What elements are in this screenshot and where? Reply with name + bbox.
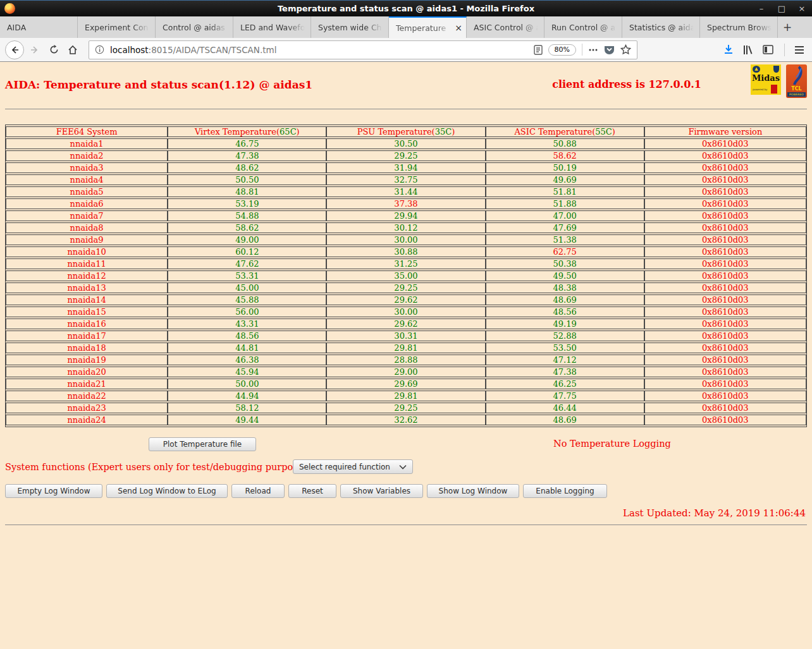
asic-temp-cell: 47.00	[486, 210, 644, 221]
page-title: AIDA: Temperature and status scan(1.12) …	[5, 78, 312, 91]
virtex-temp-cell: 45.88	[168, 294, 326, 305]
navigation-toolbar: localhost :8015/AIDA/TSCAN/TSCAN.tml 80%	[0, 38, 812, 62]
table-row: nnaida1643.3129.6249.190x8610d03	[6, 318, 806, 329]
virtex-temp-cell: 53.31	[168, 270, 326, 281]
psu-temp-cell: 35.00	[326, 270, 485, 281]
virtex-temp-cell: 48.81	[168, 186, 326, 197]
table-row: nnaida2358.1229.2546.440x8610d03	[6, 403, 806, 413]
fee64-system-cell: nnaida2	[6, 150, 168, 161]
close-button[interactable]: ×	[792, 1, 812, 17]
reload-button[interactable]: Reload	[231, 484, 285, 498]
fee64-system-cell: nnaida9	[6, 234, 168, 245]
virtex-temp-cell: 47.38	[168, 150, 326, 161]
page-actions-icon[interactable]	[588, 45, 598, 55]
tab-control[interactable]: Control @ aidas	[156, 16, 233, 38]
reader-mode-icon[interactable]	[534, 45, 543, 55]
tab-led-waveform[interactable]: LED and Wavefo	[233, 16, 311, 38]
virtex-temp-cell: 53.19	[168, 198, 326, 209]
psu-temp-cell: 29.81	[326, 343, 485, 353]
psu-temp-cell: 29.62	[326, 294, 485, 305]
menu-hamburger-icon[interactable]	[794, 45, 804, 54]
psu-temp-cell: 28.88	[326, 355, 485, 365]
fee64-system-cell: nnaida23	[6, 403, 168, 413]
back-icon[interactable]	[5, 40, 24, 59]
firmware-cell: 0x8610d03	[644, 367, 806, 377]
firmware-cell: 0x8610d03	[644, 258, 806, 269]
table-row: nnaida1147.6231.2550.380x8610d03	[6, 258, 806, 269]
maximize-button[interactable]: □	[772, 1, 792, 17]
tab-system-wide-checks[interactable]: System wide Ch	[311, 16, 389, 38]
fee64-system-cell: nnaida14	[6, 294, 168, 305]
tcl-feather-icon	[786, 66, 807, 87]
table-row: nnaida548.8131.4451.810x8610d03	[6, 186, 806, 197]
firmware-cell: 0x8610d03	[644, 403, 806, 413]
home-icon[interactable]	[63, 40, 82, 59]
pocket-icon[interactable]	[604, 45, 615, 55]
virtex-temp-cell: 60.12	[168, 246, 326, 257]
tab-experiment-control[interactable]: Experiment Con	[78, 16, 156, 38]
tab-aida[interactable]: AIDA	[0, 16, 78, 38]
downloads-icon[interactable]	[723, 44, 734, 55]
enable-logging-button[interactable]: Enable Logging	[523, 484, 607, 498]
bookmark-star-icon[interactable]	[620, 44, 631, 55]
tab-temperature-active[interactable]: Temperature ×	[389, 16, 467, 38]
virtex-temp-cell: 49.44	[168, 415, 326, 425]
asic-temp-cell: 48.38	[486, 282, 644, 293]
midas-redbox-icon	[771, 85, 777, 94]
tab-asic-control[interactable]: ASIC Control @ a	[467, 16, 544, 38]
psu-temp-cell: 29.94	[326, 210, 485, 221]
site-info-icon[interactable]	[95, 45, 104, 54]
tab-bar: AIDA Experiment Con Control @ aidas LED …	[0, 16, 812, 38]
plot-temperature-button[interactable]: Plot Temperature file	[149, 437, 256, 451]
fee64-system-cell: nnaida1	[6, 138, 168, 149]
asic-temp-cell: 53.50	[486, 343, 644, 353]
url-bar[interactable]: localhost :8015/AIDA/TSCAN/TSCAN.tml 80%	[89, 40, 637, 59]
forward-icon[interactable]	[25, 40, 44, 59]
psu-temp-cell: 29.25	[326, 403, 485, 413]
logging-status-text: No Temperature Logging	[553, 439, 671, 449]
minimize-button[interactable]: –	[751, 1, 772, 17]
tab-statistics[interactable]: Statistics @ aida	[622, 16, 700, 38]
zoom-level-button[interactable]: 80%	[548, 44, 576, 56]
sidebar-icon[interactable]	[763, 45, 773, 54]
function-select-dropdown[interactable]: Select required function	[293, 459, 413, 474]
asic-temp-cell: 51.38	[486, 234, 644, 245]
table-row: nnaida754.8829.9447.000x8610d03	[6, 210, 806, 221]
tab-close-icon[interactable]: ×	[455, 23, 462, 32]
reload-icon[interactable]	[44, 40, 63, 59]
firmware-cell: 0x8610d03	[644, 186, 806, 197]
asic-temp-cell: 49.19	[486, 318, 644, 329]
psu-temp-cell: 29.25	[326, 150, 485, 161]
show-log-window-button[interactable]: Show Log Window	[427, 484, 519, 498]
library-icon[interactable]	[743, 45, 753, 55]
tab-spectrum-browser[interactable]: Spectrum Brows	[700, 16, 778, 38]
asic-temp-cell: 62.75	[486, 246, 644, 257]
asic-temp-cell: 49.50	[486, 270, 644, 281]
new-tab-button[interactable]: +	[778, 16, 797, 38]
footer-divider	[5, 525, 807, 525]
firmware-cell: 0x8610d03	[644, 282, 806, 293]
firmware-cell: 0x8610d03	[644, 331, 806, 341]
show-variables-button[interactable]: Show Variables	[340, 484, 423, 498]
page-header: AIDA: Temperature and status scan(1.12) …	[0, 62, 812, 102]
table-row: nnaida247.3829.2558.620x8610d03	[6, 150, 806, 161]
psu-temp-cell: 30.50	[326, 138, 485, 149]
virtex-temp-cell: 46.38	[168, 355, 326, 365]
fee64-system-cell: nnaida4	[6, 174, 168, 185]
tcl-powered-logo: TCL POWERED	[786, 64, 807, 98]
reset-button[interactable]: Reset	[288, 484, 336, 498]
psu-temp-cell: 32.62	[326, 415, 485, 425]
column-header: Virtex Temperature(65C)	[168, 126, 326, 137]
firefox-icon	[4, 3, 15, 14]
empty-log-window-button[interactable]: Empty Log Window	[5, 484, 102, 498]
virtex-temp-cell: 56.00	[168, 306, 326, 317]
asic-temp-cell: 47.38	[486, 367, 644, 377]
firmware-cell: 0x8610d03	[644, 234, 806, 245]
table-row: nnaida1060.1230.8862.750x8610d03	[6, 246, 806, 257]
send-log-to-elog-button[interactable]: Send Log Window to ELog	[106, 484, 228, 498]
tab-run-control[interactable]: Run Control @ a	[544, 16, 622, 38]
asic-temp-cell: 49.69	[486, 174, 644, 185]
fee64-system-cell: nnaida22	[6, 391, 168, 401]
fee64-system-cell: nnaida16	[6, 318, 168, 329]
table-row: nnaida1556.0030.0048.560x8610d03	[6, 306, 806, 317]
